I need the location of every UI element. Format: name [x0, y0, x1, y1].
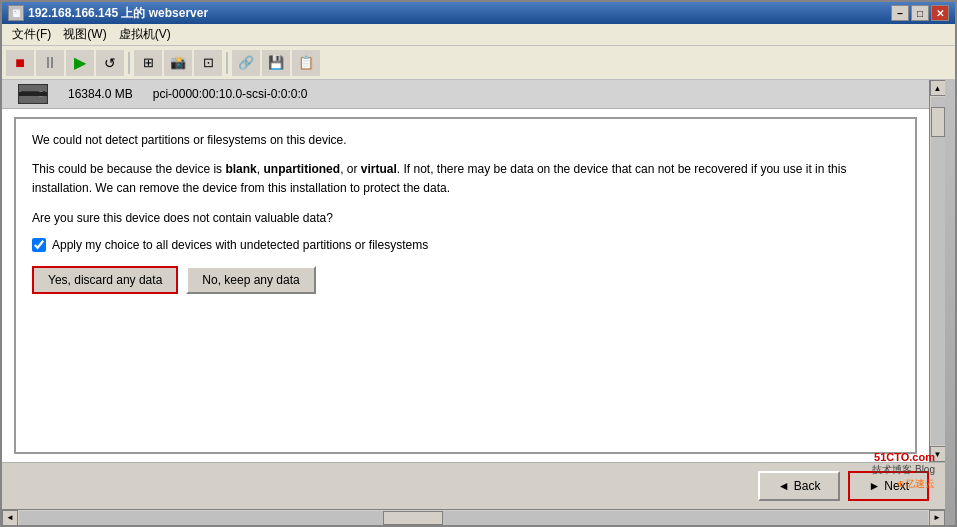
- device-strip: 16384.0 MB pci-0000:00:10.0-scsi-0:0:0:0: [2, 80, 929, 109]
- apply-choice-checkbox[interactable]: [32, 238, 46, 252]
- scroll-track: [931, 97, 945, 445]
- right-scrollbar: ▲ ▼: [929, 80, 945, 462]
- title-bar: 🖥 192.168.166.145 上的 webserver – □ ✕: [2, 2, 955, 24]
- menu-bar: 文件(F) 视图(W) 虚拟机(V): [2, 24, 955, 46]
- device-id: pci-0000:00:10.0-scsi-0:0:0:0: [153, 87, 308, 101]
- dialog-line1: We could not detect partitions or filesy…: [32, 131, 899, 150]
- dialog-mid2: , or: [340, 162, 361, 176]
- installer-main: 16384.0 MB pci-0000:00:10.0-scsi-0:0:0:0…: [2, 80, 945, 525]
- dialog-button-row: Yes, discard any data No, keep any data: [32, 266, 899, 294]
- dialog-line2-pre: This could be because the device is: [32, 162, 225, 176]
- no-keep-button[interactable]: No, keep any data: [186, 266, 315, 294]
- scroll-up-arrow[interactable]: ▲: [930, 80, 946, 96]
- dialog-box: We could not detect partitions or filesy…: [14, 117, 917, 454]
- device-size: 16384.0 MB: [68, 87, 133, 101]
- menu-vm[interactable]: 虚拟机(V): [113, 24, 177, 45]
- settings-button[interactable]: ⊞: [134, 50, 162, 76]
- checkbox-label: Apply my choice to all devices with unde…: [52, 238, 428, 252]
- maximize-button[interactable]: □: [911, 5, 929, 21]
- clipboard-button[interactable]: 📋: [292, 50, 320, 76]
- installer-panel: 16384.0 MB pci-0000:00:10.0-scsi-0:0:0:0…: [2, 80, 929, 462]
- separator-1: [128, 52, 130, 74]
- svg-point-2: [38, 91, 44, 97]
- dialog-bold2: unpartitioned: [263, 162, 340, 176]
- content-scroll-area: 16384.0 MB pci-0000:00:10.0-scsi-0:0:0:0…: [2, 80, 945, 462]
- pause-button[interactable]: ⏸: [36, 50, 64, 76]
- next-label: Next: [884, 479, 909, 493]
- close-button[interactable]: ✕: [931, 5, 949, 21]
- bottom-nav: ◄ Back ► Next: [2, 462, 945, 509]
- next-arrow-icon: ►: [868, 479, 880, 493]
- disk-icon: [18, 84, 48, 104]
- scroll-right-arrow[interactable]: ►: [929, 510, 945, 526]
- separator-2: [226, 52, 228, 74]
- play-button[interactable]: ▶: [66, 50, 94, 76]
- fullscreen-button[interactable]: ⊡: [194, 50, 222, 76]
- dialog-line2: This could be because the device is blan…: [32, 160, 899, 198]
- checkbox-row: Apply my choice to all devices with unde…: [32, 238, 899, 252]
- back-label: Back: [794, 479, 821, 493]
- scroll-down-arrow[interactable]: ▼: [930, 446, 946, 462]
- title-bar-buttons: – □ ✕: [891, 5, 949, 21]
- network-button[interactable]: 🔗: [232, 50, 260, 76]
- main-content: 16384.0 MB pci-0000:00:10.0-scsi-0:0:0:0…: [2, 80, 955, 525]
- snapshot-button[interactable]: 📸: [164, 50, 192, 76]
- minimize-button[interactable]: –: [891, 5, 909, 21]
- bottom-scrollbar: ◄ ►: [2, 509, 945, 525]
- scroll-left-arrow[interactable]: ◄: [2, 510, 18, 526]
- usb-button[interactable]: 💾: [262, 50, 290, 76]
- vm-icon: 🖥: [8, 5, 24, 21]
- h-scroll-track: [19, 511, 928, 525]
- h-scroll-thumb[interactable]: [383, 511, 443, 525]
- svg-rect-0: [19, 85, 47, 103]
- back-arrow-icon: ◄: [778, 479, 790, 493]
- dialog-bold3: virtual: [361, 162, 397, 176]
- title-bar-left: 🖥 192.168.166.145 上的 webserver: [8, 5, 208, 22]
- dialog-line3: Are you sure this device does not contai…: [32, 209, 899, 228]
- right-side-bar: [945, 80, 955, 525]
- dialog-bold1: blank: [225, 162, 256, 176]
- main-window: 🖥 192.168.166.145 上的 webserver – □ ✕ 文件(…: [0, 0, 957, 527]
- next-button[interactable]: ► Next: [848, 471, 929, 501]
- svg-rect-1: [21, 91, 45, 95]
- stop-button[interactable]: ■: [6, 50, 34, 76]
- menu-file[interactable]: 文件(F): [6, 24, 57, 45]
- reset-button[interactable]: ↺: [96, 50, 124, 76]
- menu-view[interactable]: 视图(W): [57, 24, 112, 45]
- scroll-thumb[interactable]: [931, 107, 945, 137]
- window-title: 192.168.166.145 上的 webserver: [28, 5, 208, 22]
- back-button[interactable]: ◄ Back: [758, 471, 841, 501]
- toolbar: ■ ⏸ ▶ ↺ ⊞ 📸 ⊡ 🔗 💾 📋: [2, 46, 955, 80]
- yes-discard-button[interactable]: Yes, discard any data: [32, 266, 178, 294]
